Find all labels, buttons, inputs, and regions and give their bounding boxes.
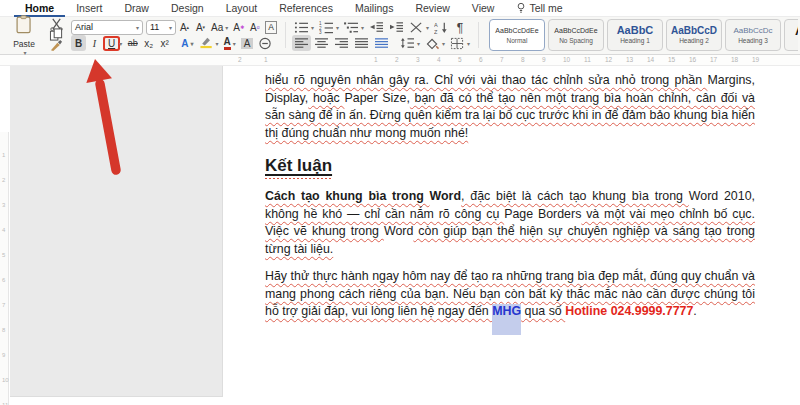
justify-icon[interactable]: [352, 35, 371, 51]
superscript-button[interactable]: x²: [157, 35, 172, 51]
font-size-select[interactable]: 11: [146, 20, 176, 35]
font-color-button[interactable]: A: [222, 35, 238, 51]
empty-page-area: [10, 66, 223, 397]
highlight-button[interactable]: [197, 35, 221, 51]
svg-text:A: A: [434, 21, 438, 27]
show-paragraph-marks-icon[interactable]: ¶: [452, 19, 471, 35]
align-center-icon[interactable]: [312, 35, 331, 51]
horizontal-ruler[interactable]: 2112345678910111213141516171819: [0, 55, 800, 66]
multilevel-list-icon[interactable]: [342, 19, 366, 35]
tab-layout[interactable]: Layout: [215, 0, 269, 17]
numbering-icon[interactable]: 123: [317, 19, 341, 35]
shading-icon[interactable]: [423, 35, 447, 51]
increase-indent-icon[interactable]: [387, 19, 406, 35]
clear-formatting-button[interactable]: A✱: [231, 19, 246, 35]
ribbon-toolbar: Paste Arial 11 A A Aa A✱ Aɑ A: [0, 17, 800, 55]
sort-icon[interactable]: AZ: [432, 19, 451, 35]
bold-button[interactable]: B: [71, 35, 86, 51]
tab-draw[interactable]: Draw: [113, 0, 160, 17]
paragraph: Cách tạo khung bìa trong Word, đặc biệt …: [265, 188, 755, 258]
font-name-value: Arial: [75, 22, 93, 32]
style-heading-3[interactable]: AaBbCcDcHeading 3: [725, 19, 781, 51]
document-workspace: 12345678910111213 hiểu rõ nguyên nhân gâ…: [0, 66, 800, 405]
divider: [285, 22, 286, 48]
shrink-font-button[interactable]: A: [193, 19, 208, 35]
font-size-value: 11: [150, 22, 159, 32]
style-title[interactable]: AaBbTitle: [784, 19, 798, 51]
underline-annotation-box: U: [105, 38, 118, 49]
align-right-icon[interactable]: [332, 35, 351, 51]
style-heading-2[interactable]: AaBbCcDHeading 2: [666, 19, 722, 51]
paragraph: Hãy thử thực hành ngay hôm nay để tạo ra…: [265, 268, 755, 321]
style-normal[interactable]: AaBbCcDdEeNormal: [489, 19, 545, 51]
word-window: HomeInsertDrawDesignLayoutReferencesMail…: [0, 0, 800, 405]
style-heading-1[interactable]: AaBbCHeading 1: [607, 19, 663, 51]
tab-review[interactable]: Review: [404, 0, 460, 17]
subscript-button[interactable]: x₂: [141, 35, 156, 51]
format-painter-icon[interactable]: [47, 41, 66, 51]
svg-text:Z: Z: [434, 28, 438, 33]
change-case-button[interactable]: Aa: [209, 19, 230, 35]
distribute-text-icon[interactable]: [372, 35, 391, 51]
chevron-down-icon: ▾: [119, 40, 122, 47]
tab-mailings[interactable]: Mailings: [344, 0, 405, 17]
sparkle-icon: ✱: [240, 24, 244, 30]
borders-icon[interactable]: [448, 35, 472, 51]
font-name-select[interactable]: Arial: [71, 20, 143, 35]
phonetic-mark-icon: ɑ: [257, 24, 260, 30]
styles-gallery: AaBbCcDdEeNormalAaBbCcDdEeNo SpacingAaBb…: [485, 19, 798, 51]
ribbon-tab-bar: HomeInsertDrawDesignLayoutReferencesMail…: [0, 0, 800, 17]
svg-text:¶: ¶: [457, 21, 463, 34]
underline-button[interactable]: U▾: [103, 35, 124, 51]
vertical-ruler[interactable]: 12345678910111213: [0, 132, 9, 405]
character-shading-button[interactable]: A: [239, 35, 256, 51]
tab-tell-me[interactable]: Tell me: [505, 0, 573, 17]
heading-text: Kết luận: [265, 156, 332, 179]
tab-design[interactable]: Design: [160, 0, 215, 17]
section-heading: Kết luận: [265, 156, 755, 176]
phonetic-guide-button[interactable]: Aɑ: [247, 19, 262, 35]
decrease-indent-icon[interactable]: [367, 19, 386, 35]
bullets-icon[interactable]: [292, 19, 316, 35]
align-left-icon[interactable]: [292, 35, 311, 51]
italic-button[interactable]: I: [87, 35, 102, 51]
tab-view[interactable]: View: [461, 0, 506, 17]
strikethrough-button[interactable]: ab: [125, 35, 140, 51]
paste-button[interactable]: Paste: [6, 19, 42, 51]
svg-text:3: 3: [319, 30, 322, 34]
character-border-button[interactable]: A: [263, 19, 279, 35]
tab-references[interactable]: References: [268, 0, 344, 17]
clipboard-icon: [16, 15, 32, 38]
asian-layout-icon[interactable]: [407, 19, 431, 35]
paragraph: hiểu rõ nguyên nhân gây ra. Chỉ với vài …: [265, 72, 755, 142]
paste-label: Paste: [13, 39, 35, 49]
line-spacing-icon[interactable]: [398, 35, 422, 51]
selected-text: MHG: [492, 304, 521, 318]
bulb-icon: [516, 2, 526, 14]
tab-list: HomeInsertDrawDesignLayoutReferencesMail…: [14, 0, 574, 17]
style-no-spacing[interactable]: AaBbCcDdEeNo Spacing: [548, 19, 604, 51]
hotline-text: Hotline 024.9999.7777: [565, 304, 693, 318]
divider: [478, 22, 479, 48]
text-effects-button[interactable]: A: [179, 35, 195, 51]
highlighter-icon: [199, 36, 214, 51]
enclose-characters-icon[interactable]: [256, 35, 275, 51]
document-page[interactable]: hiểu rõ nguyên nhân gây ra. Chỉ với vài …: [223, 66, 800, 405]
tab-insert[interactable]: Insert: [65, 0, 113, 17]
grow-font-button[interactable]: A: [177, 19, 192, 35]
